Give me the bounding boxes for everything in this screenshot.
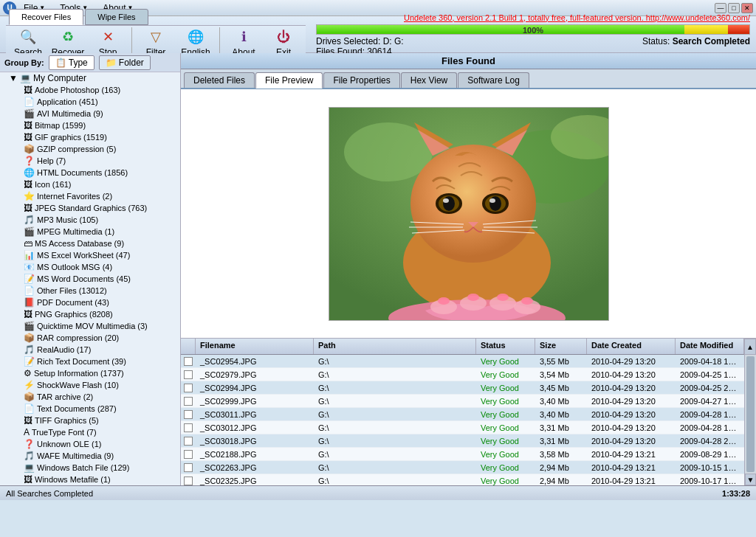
tree-item-8[interactable]: 🖼Icon (161)	[18, 179, 180, 190]
tree-item-13[interactable]: 🗃MS Access Database (9)	[18, 238, 180, 249]
col-status[interactable]: Status	[476, 339, 535, 354]
wipe-files-tab[interactable]: Wipe Files	[85, 9, 148, 25]
col-path[interactable]: Path	[314, 339, 476, 354]
table-row[interactable]: _SC02994.JPG G:\ Very Good 3,45 Mb 2010-…	[181, 381, 744, 395]
tree-item-29[interactable]: ATrueType Font (7)	[18, 426, 180, 438]
tree-item-6[interactable]: ❓Help (7)	[18, 155, 180, 167]
tree-item-19[interactable]: 🖼PNG Graphics (8208)	[18, 308, 180, 320]
scroll-up-arrow[interactable]: ▲	[744, 339, 756, 355]
tree-item-24[interactable]: ⚙Setup Information (1737)	[18, 367, 180, 379]
tree-item-20[interactable]: 🎬Quicktime MOV Multimedia (3)	[18, 320, 180, 332]
tree-item-12[interactable]: 🎬MPEG Multimedia (1)	[18, 226, 180, 238]
tree-label-22: RealAudio (17)	[37, 345, 91, 354]
stop-icon: ✕	[99, 28, 117, 46]
tree-item-17[interactable]: 📄Other Files (13012)	[18, 285, 180, 297]
tree-item-27[interactable]: 📄Text Documents (287)	[18, 403, 180, 415]
group-by-folder-button[interactable]: 📁 Folder	[99, 55, 151, 70]
tree-item-14[interactable]: 📊MS Excel WorkSheet (47)	[18, 249, 180, 261]
tree-item-15[interactable]: 📧MS Outlook MSG (4)	[18, 261, 180, 273]
tree-item-1[interactable]: 📄Application (451)	[18, 96, 180, 108]
tree-item-9[interactable]: ⭐Internet Favorites (2)	[18, 190, 180, 202]
tree-root-label: My Computer	[33, 73, 86, 83]
table-row[interactable]: _SC02979.JPG G:\ Very Good 3,54 Mb 2010-…	[181, 368, 744, 381]
window-controls: — □ ✕	[715, 3, 753, 13]
col-created[interactable]: Date Created	[587, 339, 676, 354]
row-modified-9: 2009-10-17 17:48	[676, 476, 744, 486]
row-check-3[interactable]	[181, 397, 196, 406]
tree-item-2[interactable]: 🎬AVI Multimedia (9)	[18, 108, 180, 119]
scroll-thumb[interactable]	[746, 356, 755, 472]
table-row[interactable]: _SC02999.JPG G:\ Very Good 3,40 Mb 2010-…	[181, 395, 744, 408]
row-status-3: Very Good	[476, 396, 535, 406]
tree-item-31[interactable]: 🎵WAFE Multimedia (9)	[18, 450, 180, 462]
row-check-2[interactable]	[181, 384, 196, 392]
row-check-8[interactable]	[181, 463, 196, 472]
tree-icon-23: 📝	[24, 356, 35, 367]
table-row[interactable]: _SC02954.JPG G:\ Very Good 3,55 Mb 2010-…	[181, 355, 744, 368]
restore-button[interactable]: □	[728, 3, 740, 13]
tree-item-10[interactable]: 🖼JPEG Standard Graphics (763)	[18, 202, 180, 214]
tree-label-11: MP3 Music (105)	[37, 215, 98, 224]
file-tab-hex-view[interactable]: Hex View	[401, 72, 457, 88]
file-tab-software-log[interactable]: Software Log	[458, 72, 529, 88]
table-row[interactable]: _SC03011.JPG G:\ Very Good 3,40 Mb 2010-…	[181, 408, 744, 421]
tree-item-0[interactable]: 🖼Adobe Photoshop (163)	[18, 84, 180, 96]
row-size-8: 2,94 Mb	[535, 462, 587, 473]
row-check-7[interactable]	[181, 450, 196, 459]
tree-label-21: RAR compression (20)	[37, 333, 119, 342]
row-path-1: G:\	[314, 370, 476, 380]
tree-item-32[interactable]: 💻Windows Batch File (129)	[18, 462, 180, 474]
row-check-4[interactable]	[181, 410, 196, 419]
right-panel: Files Found Deleted FilesFile PreviewFil…	[181, 53, 756, 485]
cat-svg	[329, 108, 609, 321]
col-check[interactable]	[181, 339, 196, 354]
tree-item-7[interactable]: 🌐HTML Documents (1856)	[18, 167, 180, 179]
tree-item-30[interactable]: ❓Unknown OLE (1)	[18, 438, 180, 450]
table-row[interactable]: _SC02263.JPG G:\ Very Good 2,94 Mb 2010-…	[181, 461, 744, 474]
version-link[interactable]: Undelete 360, version 2.1 Build 1, total…	[404, 13, 750, 22]
row-check-6[interactable]	[181, 437, 196, 446]
row-check-5[interactable]	[181, 423, 196, 432]
tree-item-23[interactable]: 📝Rich Text Document (39)	[18, 356, 180, 367]
tree-label-30: Unknown OLE (1)	[37, 440, 101, 448]
tree-item-18[interactable]: 📕PDF Document (43)	[18, 297, 180, 308]
svg-point-32	[521, 297, 533, 305]
table-row[interactable]: _SC02188.JPG G:\ Very Good 3,58 Mb 2010-…	[181, 448, 744, 461]
group-by-type-button[interactable]: 📋 Type	[49, 55, 94, 70]
row-check-1[interactable]	[181, 370, 196, 379]
tree-item-4[interactable]: 🖼GIF graphics (1519)	[18, 131, 180, 143]
tree-item-3[interactable]: 🖼Bitmap (1599)	[18, 119, 180, 131]
tree-item-33[interactable]: 🖼Windows Metafile (1)	[18, 474, 180, 485]
recover-files-tab[interactable]: Recover Files	[9, 9, 83, 25]
col-size[interactable]: Size	[535, 339, 587, 354]
tree-root-item[interactable]: ▼ 💻 My Computer	[3, 72, 180, 84]
scroll-down-arrow[interactable]: ▼	[745, 474, 756, 485]
tree-item-28[interactable]: 🖼TIFF Graphics (5)	[18, 415, 180, 426]
tree-item-5[interactable]: 📦GZIP compression (5)	[18, 143, 180, 155]
file-tab-file-preview[interactable]: File Preview	[255, 72, 323, 89]
col-modified[interactable]: Date Modified	[676, 339, 744, 354]
tree-item-26[interactable]: 📦TAR archive (2)	[18, 391, 180, 403]
tree-item-22[interactable]: 🎵RealAudio (17)	[18, 344, 180, 356]
row-check-9[interactable]	[181, 477, 196, 485]
table-row[interactable]: _SC03018.JPG G:\ Very Good 3,31 Mb 2010-…	[181, 434, 744, 448]
file-tab-deleted-files[interactable]: Deleted Files	[184, 72, 255, 88]
file-tab-file-properties[interactable]: File Properties	[323, 72, 399, 88]
col-filename[interactable]: Filename	[196, 339, 314, 354]
file-list-body: _SC02954.JPG G:\ Very Good 3,55 Mb 2010-…	[181, 355, 744, 485]
tree-label-33: Windows Metafile (1)	[35, 475, 111, 484]
minimize-button[interactable]: —	[715, 3, 726, 13]
tree-item-16[interactable]: 📝MS Word Documents (45)	[18, 273, 180, 285]
group-by-bar: Group By: 📋 Type 📁 Folder	[0, 53, 180, 72]
row-modified-0: 2009-04-18 15:47	[676, 356, 744, 367]
tree-item-21[interactable]: 📦RAR compression (20)	[18, 332, 180, 344]
table-row[interactable]: _SC02325.JPG G:\ Very Good 2,94 Mb 2010-…	[181, 474, 744, 485]
row-check-0[interactable]	[181, 357, 196, 366]
close-button[interactable]: ✕	[741, 3, 753, 13]
row-status-0: Very Good	[476, 356, 535, 367]
table-row[interactable]: _SC03012.JPG G:\ Very Good 3,31 Mb 2010-…	[181, 421, 744, 434]
tree-item-25[interactable]: ⚡ShockWave Flash (10)	[18, 379, 180, 391]
row-size-5: 3,31 Mb	[535, 423, 587, 433]
row-path-7: G:\	[314, 449, 476, 460]
tree-item-11[interactable]: 🎵MP3 Music (105)	[18, 214, 180, 226]
